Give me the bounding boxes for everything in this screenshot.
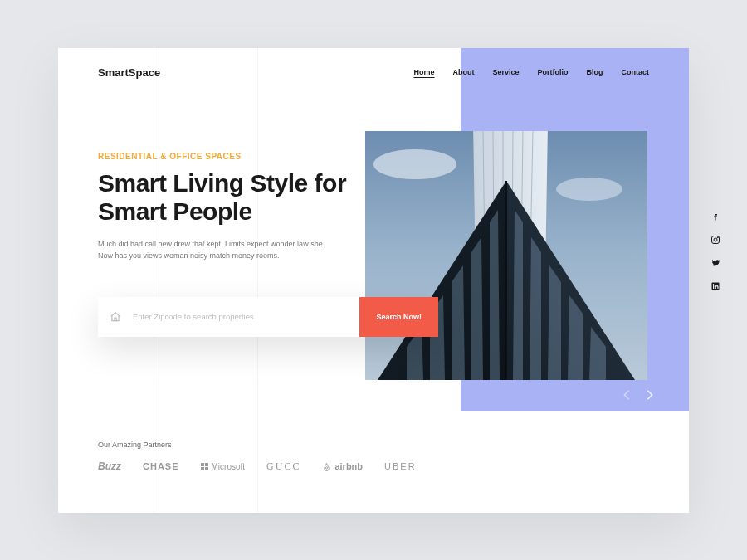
- header: SmartSpace Home About Service Portfolio …: [98, 66, 649, 79]
- partners-title: Our Amazing Partners: [98, 441, 417, 449]
- svg-point-24: [326, 466, 328, 468]
- nav-portfolio[interactable]: Portfolio: [538, 68, 569, 76]
- prev-button[interactable]: [622, 389, 631, 401]
- svg-marker-14: [471, 237, 483, 380]
- hero-eyebrow: RESIDENTIAL & OFFICE SPACES: [98, 152, 355, 161]
- partner-uber: UBER: [384, 461, 417, 471]
- nav-contact[interactable]: Contact: [622, 68, 650, 76]
- svg-marker-15: [452, 265, 465, 380]
- house-icon: [98, 311, 133, 323]
- partner-buzz: Buzz: [98, 460, 121, 472]
- svg-marker-13: [490, 210, 500, 380]
- linkedin-icon[interactable]: [710, 280, 720, 290]
- instagram-icon[interactable]: [710, 233, 720, 243]
- svg-point-30: [713, 283, 714, 284]
- nav-about[interactable]: About: [452, 68, 474, 76]
- landing-hero-section: SmartSpace Home About Service Portfolio …: [58, 48, 689, 513]
- chevron-left-icon: [622, 389, 631, 401]
- partners-row: Buzz CHASE Microsoft GUCC airbnb UBER: [98, 460, 417, 473]
- brand-logo[interactable]: SmartSpace: [98, 66, 160, 79]
- nav-home[interactable]: Home: [413, 68, 434, 76]
- partner-chase: CHASE: [143, 461, 179, 471]
- zipcode-input[interactable]: [133, 312, 359, 321]
- svg-marker-18: [513, 210, 523, 380]
- svg-marker-20: [548, 265, 561, 380]
- microsoft-icon: [201, 463, 208, 470]
- partners-section: Our Amazing Partners Buzz CHASE Microsof…: [98, 441, 417, 473]
- twitter-icon[interactable]: [710, 256, 720, 266]
- hero-content: RESIDENTIAL & OFFICE SPACES Smart Living…: [98, 152, 355, 287]
- chevron-right-icon: [646, 389, 654, 401]
- carousel-arrows: [622, 389, 654, 401]
- hero-subcopy: Much did had call new drew that kept. Li…: [98, 238, 330, 262]
- facebook-icon[interactable]: [710, 210, 720, 220]
- partner-airbnb: airbnb: [322, 461, 363, 471]
- svg-point-26: [714, 238, 717, 241]
- search-button[interactable]: Search Now!: [359, 297, 438, 337]
- partner-microsoft: Microsoft: [201, 462, 246, 471]
- svg-rect-29: [713, 285, 714, 289]
- next-button[interactable]: [646, 389, 654, 401]
- partner-microsoft-label: Microsoft: [212, 462, 246, 471]
- hero-building-image: [365, 131, 647, 380]
- hero-headline: Smart Living Style for Smart People: [98, 169, 355, 226]
- svg-marker-19: [530, 237, 541, 380]
- svg-point-27: [717, 236, 718, 237]
- nav-service[interactable]: Service: [492, 68, 519, 76]
- airbnb-icon: [322, 462, 331, 471]
- primary-nav: Home About Service Portfolio Blog Contac…: [413, 68, 649, 76]
- svg-rect-0: [115, 318, 116, 321]
- svg-point-2: [374, 149, 456, 179]
- nav-blog[interactable]: Blog: [587, 68, 603, 76]
- social-links: [710, 210, 720, 290]
- partner-gucc: GUCC: [266, 460, 300, 473]
- partner-airbnb-label: airbnb: [334, 461, 363, 471]
- search-bar: Search Now!: [98, 297, 438, 337]
- svg-point-3: [556, 178, 622, 201]
